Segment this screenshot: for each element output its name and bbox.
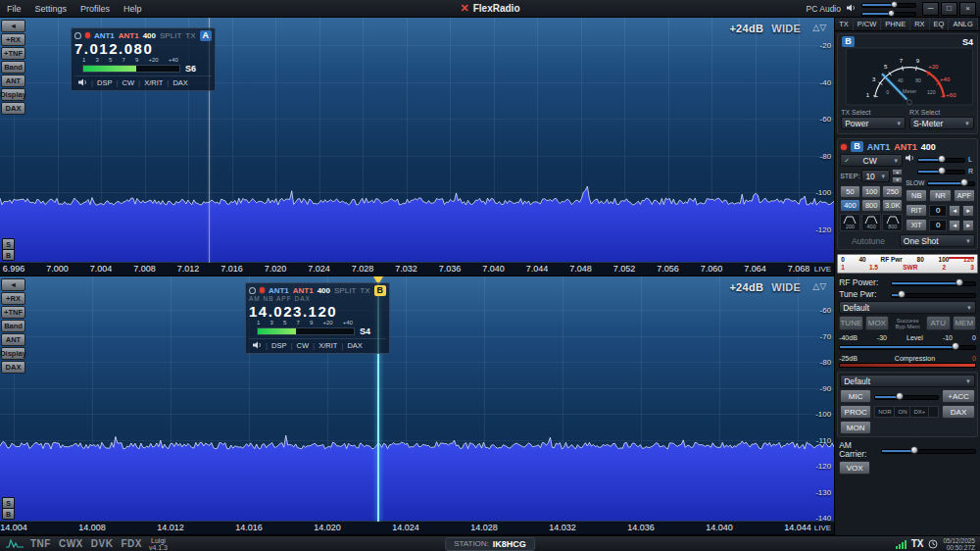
slider-knob[interactable] bbox=[891, 1, 898, 8]
dax-button[interactable]: DAX bbox=[942, 405, 975, 419]
apf-button[interactable]: APF bbox=[954, 189, 975, 202]
tab-phne[interactable]: PHNE bbox=[881, 18, 910, 30]
tx-button[interactable]: TX bbox=[360, 286, 369, 295]
step-spinner[interactable]: ▲▼ bbox=[892, 169, 903, 183]
filter-50[interactable]: 50 bbox=[840, 185, 860, 198]
tx-select-dropdown[interactable]: Power▼ bbox=[841, 117, 906, 129]
rx-antenna[interactable]: ANT1 bbox=[867, 142, 891, 152]
slice-btn-xrit[interactable]: X/RIT bbox=[140, 78, 167, 87]
atu-button[interactable]: ATU bbox=[926, 316, 950, 330]
slice-letter-badge[interactable]: B bbox=[374, 285, 387, 296]
agc-threshold-slider[interactable] bbox=[927, 177, 975, 187]
slice-btn-cw[interactable]: CW bbox=[119, 78, 139, 87]
tx-profile-dropdown[interactable]: Default ▼ bbox=[839, 301, 976, 314]
proc-button[interactable]: PROC bbox=[840, 405, 871, 419]
spectrum-display[interactable]: -60-70-80-90-100-110-120-130-140 bbox=[0, 276, 834, 522]
mic-button[interactable]: MIC bbox=[840, 389, 871, 403]
maximize-button[interactable]: □ bbox=[941, 2, 957, 16]
rx-antenna[interactable]: ANT1 bbox=[269, 286, 289, 295]
xit-button[interactable]: XIT bbox=[906, 219, 927, 231]
filter-800[interactable]: 800 bbox=[861, 199, 882, 212]
sidebar-ant[interactable]: ANT bbox=[1, 333, 25, 346]
record-icon[interactable] bbox=[249, 287, 256, 294]
rx-antenna[interactable]: ANT1 bbox=[94, 31, 115, 40]
filter-250[interactable]: 250 bbox=[882, 185, 903, 198]
filter-100[interactable]: 100 bbox=[861, 185, 882, 198]
spin-up-icon[interactable]: ▲ bbox=[892, 169, 903, 175]
slice-flag[interactable]: ANT1ANT1400SPLITTXBAM NB APF DAX14.023.1… bbox=[245, 282, 390, 354]
oneshot-dropdown[interactable]: One Shot ▼ bbox=[900, 234, 975, 247]
tnf-button[interactable]: TNF bbox=[30, 538, 51, 549]
tab-rx[interactable]: RX bbox=[910, 18, 929, 30]
mox-button[interactable]: MOX bbox=[865, 316, 889, 330]
slice-btn-cw[interactable]: CW bbox=[293, 341, 314, 350]
vox-button[interactable]: VOX bbox=[839, 461, 870, 475]
cwx-button[interactable]: CWX bbox=[59, 538, 83, 549]
zoom-label[interactable]: WIDE bbox=[771, 23, 801, 34]
playback-icon[interactable] bbox=[85, 32, 90, 38]
acc-button[interactable]: +ACC bbox=[942, 389, 975, 403]
spin-down-icon[interactable]: ▼ bbox=[892, 176, 903, 183]
slice-btn-dax[interactable]: DAX bbox=[343, 341, 366, 350]
mode-dropdown[interactable]: ✓ CW ▼ bbox=[840, 154, 903, 167]
mic-profile-dropdown[interactable]: Default ▼ bbox=[840, 375, 975, 387]
slice-btn-dax[interactable]: DAX bbox=[169, 78, 191, 87]
sidebar-display[interactable]: Display bbox=[1, 88, 25, 101]
b-button[interactable]: B bbox=[2, 249, 15, 261]
mic-gain-slider[interactable] bbox=[874, 391, 939, 401]
sidebar-tnf[interactable]: +TNF bbox=[1, 47, 25, 60]
slider-knob[interactable] bbox=[938, 167, 946, 175]
menu-help[interactable]: Help bbox=[117, 4, 149, 14]
tab-anlg[interactable]: ANLG bbox=[949, 18, 977, 30]
slice-letter-badge[interactable]: A bbox=[200, 30, 213, 41]
proc-mode-dx[interactable]: DX+ bbox=[910, 407, 929, 417]
panadapter-a[interactable]: -20-40-60-80-100-120ANT1ANT1400SPLITTXA7… bbox=[0, 18, 834, 276]
filter-shape-200[interactable]: 200 bbox=[840, 214, 860, 231]
tx-antenna[interactable]: ANT1 bbox=[894, 142, 917, 152]
xit-down-button[interactable]: ◄ bbox=[949, 220, 960, 231]
nb-button[interactable]: NB bbox=[906, 189, 927, 202]
pc-audio-slider-1[interactable] bbox=[861, 1, 916, 8]
tab-tx[interactable]: TX bbox=[835, 18, 854, 30]
rit-up-button[interactable]: ► bbox=[962, 205, 974, 217]
slider-knob[interactable] bbox=[898, 290, 906, 298]
tune-button[interactable]: TUNE bbox=[839, 316, 862, 330]
fdx-button[interactable]: FDX bbox=[121, 538, 142, 549]
tx-antenna[interactable]: ANT1 bbox=[119, 31, 139, 40]
slice-flag[interactable]: ANT1ANT1400SPLITTXA7.012.08013579+20+40S… bbox=[71, 27, 216, 91]
b-button[interactable]: B bbox=[2, 508, 15, 520]
level-slider[interactable] bbox=[839, 341, 976, 351]
sidebar-band[interactable]: Band bbox=[1, 61, 25, 74]
proc-mode-on[interactable]: ON bbox=[895, 407, 910, 417]
gain-value[interactable]: +24dB bbox=[729, 281, 763, 293]
menu-settings[interactable]: Settings bbox=[28, 4, 74, 14]
split-button[interactable]: SPLIT bbox=[160, 31, 181, 40]
am-carrier-slider[interactable] bbox=[881, 445, 976, 455]
filter-shape-800[interactable]: 800 bbox=[882, 214, 903, 231]
filter-3.0k[interactable]: 3.0K bbox=[882, 199, 903, 212]
menu-file[interactable]: File bbox=[0, 4, 28, 14]
audio-icon[interactable] bbox=[249, 341, 266, 351]
tx-antenna[interactable]: ANT1 bbox=[293, 286, 314, 295]
filter-400[interactable]: 400 bbox=[840, 199, 860, 212]
mem-button[interactable]: MEM bbox=[953, 316, 976, 330]
tab-eq[interactable]: EQ bbox=[930, 18, 950, 30]
slider-knob[interactable] bbox=[952, 342, 959, 350]
slice-frequency[interactable]: 14.023.120 bbox=[249, 303, 386, 320]
menu-profiles[interactable]: Profiles bbox=[74, 4, 117, 14]
record-icon[interactable] bbox=[74, 32, 81, 39]
agc-label[interactable]: SLOW bbox=[906, 179, 924, 186]
slice-btn-dsp[interactable]: DSP bbox=[93, 78, 116, 87]
slice-btn-dsp[interactable]: DSP bbox=[268, 341, 290, 350]
nr-button[interactable]: NR bbox=[929, 189, 951, 202]
audio-left-slider[interactable] bbox=[917, 154, 965, 164]
sidebar-tnf[interactable]: +TNF bbox=[1, 306, 25, 319]
proc-mode-nor[interactable]: NOR bbox=[875, 407, 895, 417]
dvk-button[interactable]: DVK bbox=[91, 538, 114, 549]
slider-knob[interactable] bbox=[938, 155, 946, 163]
gain-value[interactable]: +24dB bbox=[729, 23, 763, 34]
pan-arrows[interactable]: △▽ bbox=[812, 23, 826, 32]
autotune-button[interactable]: Autotune bbox=[840, 236, 897, 246]
playback-icon[interactable] bbox=[260, 287, 265, 293]
rit-button[interactable]: RIT bbox=[906, 204, 927, 217]
